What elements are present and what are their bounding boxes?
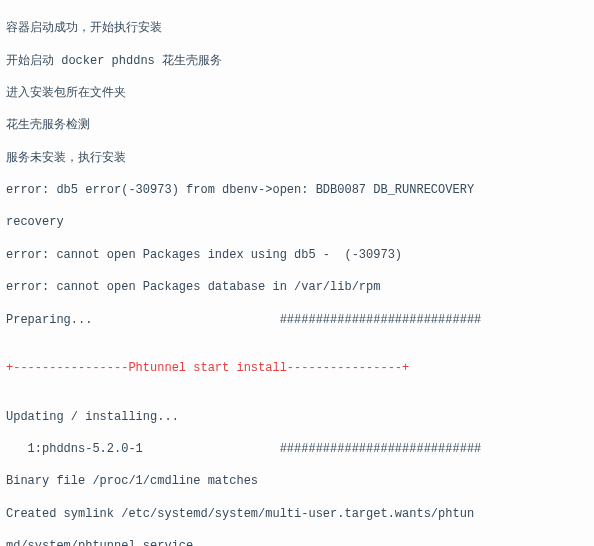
log-line: Preparing... ###########################… bbox=[6, 312, 588, 328]
log-line: Updating / installing... bbox=[6, 409, 588, 425]
log-line: md/system/phtunnel.service. bbox=[6, 538, 588, 546]
log-line: 进入安装包所在文件夹 bbox=[6, 85, 588, 101]
install-header: +----------------Phtunnel start install-… bbox=[6, 360, 588, 376]
log-line: 1:phddns-5.2.0-1 #######################… bbox=[6, 441, 588, 457]
log-line: Created symlink /etc/systemd/system/mult… bbox=[6, 506, 588, 522]
log-line: Binary file /proc/1/cmdline matches bbox=[6, 473, 588, 489]
log-line: 容器启动成功，开始执行安装 bbox=[6, 20, 588, 36]
log-line: recovery bbox=[6, 214, 588, 230]
log-line: error: db5 error(-30973) from dbenv->ope… bbox=[6, 182, 588, 198]
terminal-output: 容器启动成功，开始执行安装 开始启动 docker phddns 花生壳服务 进… bbox=[0, 0, 594, 546]
log-line: error: cannot open Packages index using … bbox=[6, 247, 588, 263]
log-line: 服务未安装，执行安装 bbox=[6, 150, 588, 166]
log-line: error: cannot open Packages database in … bbox=[6, 279, 588, 295]
log-line: 花生壳服务检测 bbox=[6, 117, 588, 133]
log-line: 开始启动 docker phddns 花生壳服务 bbox=[6, 53, 588, 69]
